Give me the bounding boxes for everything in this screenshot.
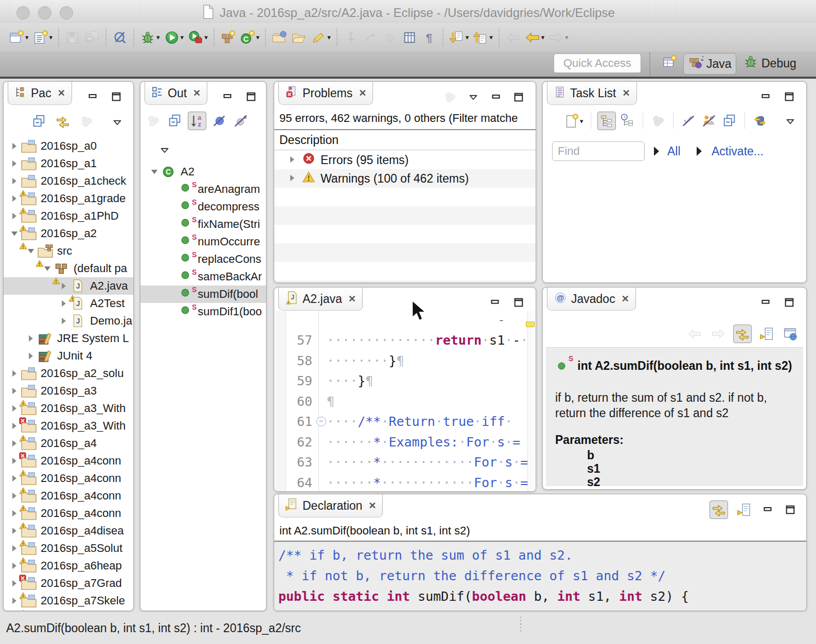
tree-item-jre-system-l[interactable]: JRE System L <box>4 330 133 347</box>
code-line-partial[interactable]: - " <box>274 320 528 330</box>
hide-static-members-icon[interactable]: s <box>232 112 250 130</box>
tree-item-2016sp-a2-solu[interactable]: 2016sp_a2_solu <box>4 365 133 382</box>
tree-item-2016sp-a3-with[interactable]: 2016sp_a3_With <box>4 400 133 417</box>
debug-perspective-button[interactable]: Debug <box>739 53 801 74</box>
maximize-icon[interactable] <box>511 90 526 105</box>
code-line-60[interactable]: 60¶ <box>274 391 528 412</box>
code-line-63[interactable]: 63······*············For·s·= <box>274 452 528 473</box>
tree-item-2016sp-a1grade[interactable]: 2016sp_a1grade <box>4 190 133 207</box>
view-menu-icon[interactable] <box>157 142 172 158</box>
code-line-61[interactable]: 61−····/**·Return·true·iff· <box>274 412 528 432</box>
open-type-icon[interactable] <box>270 29 289 46</box>
chevron-right-icon[interactable] <box>8 159 21 168</box>
minimize-icon[interactable] <box>85 89 100 104</box>
hide-fields-icon[interactable] <box>210 112 228 130</box>
outline-method-numoccurre[interactable]: SnumOccurre <box>140 233 266 251</box>
outline-method-replacecons[interactable]: SreplaceCons <box>140 251 266 268</box>
minimize-icon[interactable] <box>220 89 235 104</box>
show-occurrences-icon[interactable] <box>110 29 130 46</box>
new-wizard-icon[interactable]: ▾ <box>7 29 31 46</box>
back-icon[interactable] <box>686 325 703 343</box>
outline-class-a2[interactable]: CA2 <box>140 163 266 181</box>
tree-item-2016sp-a7skele[interactable]: 2016sp_a7Skele <box>4 592 133 610</box>
view-menu-icon[interactable] <box>466 90 481 105</box>
close-icon[interactable]: ✕ <box>359 87 366 99</box>
close-icon[interactable]: ✕ <box>193 87 201 99</box>
minimize-icon[interactable] <box>487 295 503 310</box>
collapse-all-icon[interactable] <box>721 112 738 130</box>
open-input-icon[interactable] <box>735 501 753 518</box>
tab-package-explorer[interactable]: Pac ✕ <box>8 82 72 105</box>
focus-on-task-icon[interactable] <box>145 112 162 130</box>
tree-item--default-pa[interactable]: (default pa <box>4 260 133 277</box>
new-task-icon[interactable]: ▾ <box>562 112 584 130</box>
expand-all-icon[interactable] <box>652 146 661 159</box>
hide-private-icon[interactable] <box>700 112 718 130</box>
synchronize-icon[interactable] <box>751 112 769 130</box>
close-icon[interactable]: ✕ <box>622 87 630 99</box>
save-icon[interactable] <box>63 29 82 46</box>
problems-row-errors[interactable]: Errors (95 items) <box>274 151 536 169</box>
collapse-all-icon[interactable] <box>166 112 184 130</box>
tree-item-2016sp-a4conn[interactable]: 2016sp_a4conn <box>4 487 133 505</box>
save-all-icon[interactable] <box>82 29 102 46</box>
quick-access-input[interactable]: Quick Access <box>554 53 641 73</box>
java-perspective-button[interactable]: J Java <box>683 53 736 75</box>
focus-on-task-icon[interactable] <box>78 113 95 130</box>
tab-task-list[interactable]: Task List ✕ <box>547 82 637 105</box>
new-class-icon[interactable]: C▾ <box>238 29 262 46</box>
code-line-62[interactable]: 62······*·Examples:·For·s·= <box>274 432 528 453</box>
tree-item-2016sp-a4disea[interactable]: 2016sp_a4disea <box>4 522 133 540</box>
tree-item-2016sp-a0[interactable]: 2016sp_a0 <box>4 137 133 155</box>
forward-icon[interactable] <box>709 325 727 343</box>
link-with-editor-icon[interactable] <box>54 113 72 130</box>
overview-ruler[interactable] <box>527 311 536 491</box>
chevron-right-icon[interactable] <box>288 172 297 186</box>
tree-item-2016sp-a4conn[interactable]: 2016sp_a4conn <box>4 505 133 522</box>
close-icon[interactable]: ✕ <box>348 293 356 305</box>
debug-icon[interactable]: ▾ <box>138 29 162 46</box>
tree-item-2016sp-a4[interactable]: 2016sp_a4 <box>4 435 133 452</box>
categorized-view-icon[interactable] <box>597 112 616 130</box>
tree-item-2016sp-a1check[interactable]: 2016sp_a1check <box>4 172 133 190</box>
outline-method-sumdif-bool[interactable]: SsumDif(bool <box>140 285 266 303</box>
chevron-down-icon[interactable] <box>148 167 161 176</box>
chevron-right-icon[interactable] <box>8 369 21 378</box>
view-menu-icon[interactable] <box>783 114 798 129</box>
minimize-icon[interactable] <box>758 295 773 310</box>
forward-icon[interactable]: ▾ <box>546 29 571 46</box>
table-icon[interactable] <box>400 29 419 46</box>
find-input[interactable]: Find <box>552 141 645 161</box>
tree-item-2016sp-a5solut[interactable]: 2016sp_a5Solut <box>4 540 133 557</box>
link-with-editor-icon[interactable] <box>709 500 728 519</box>
declaration-source[interactable]: /** if b, return the sum of s1 and s2. *… <box>274 542 806 611</box>
chevron-right-icon[interactable] <box>288 153 297 167</box>
hide-completed-icon[interactable] <box>680 112 697 130</box>
run-icon[interactable]: ▾ <box>162 29 186 46</box>
maximize-icon[interactable] <box>782 89 797 104</box>
tree-item-2016sp-a4conn[interactable]: 2016sp_a4conn <box>4 470 133 487</box>
pin-icon[interactable] <box>341 29 361 46</box>
pilcrow-icon[interactable]: ¶ <box>419 29 439 46</box>
tab-problems[interactable]: Problems ✕ <box>278 82 373 105</box>
last-edit-icon[interactable] <box>503 29 523 46</box>
activate-task-link[interactable]: Activate... <box>712 145 764 158</box>
fold-collapse-icon[interactable]: − <box>316 417 326 426</box>
ball-icon[interactable] <box>380 29 400 46</box>
problems-row-warnings[interactable]: Warnings (100 of 462 items) <box>274 169 536 188</box>
tree-item-2016sp-a4conn[interactable]: 2016sp_a4conn <box>4 452 133 470</box>
tree-item-2016sp-a1[interactable]: 2016sp_a1 <box>4 155 133 172</box>
chevron-right-icon[interactable] <box>57 316 70 326</box>
focus-on-workweek-icon[interactable] <box>649 112 667 130</box>
back-icon[interactable]: ▾ <box>523 29 547 46</box>
maximize-icon[interactable] <box>511 295 526 310</box>
maximize-icon[interactable] <box>109 89 124 104</box>
close-icon[interactable]: ✕ <box>58 87 65 99</box>
filter-all-link[interactable]: All <box>667 145 681 158</box>
sash-handle[interactable]: ⋮⋮ <box>516 617 526 631</box>
tree-item-a2-java[interactable]: JA2.java <box>4 277 133 295</box>
tab-a2-java[interactable]: J A2.java ✕ <box>278 288 363 311</box>
open-in-browser-icon[interactable] <box>782 325 799 343</box>
problems-column-header[interactable]: Description <box>279 133 339 147</box>
open-perspective-button[interactable] <box>658 53 681 74</box>
